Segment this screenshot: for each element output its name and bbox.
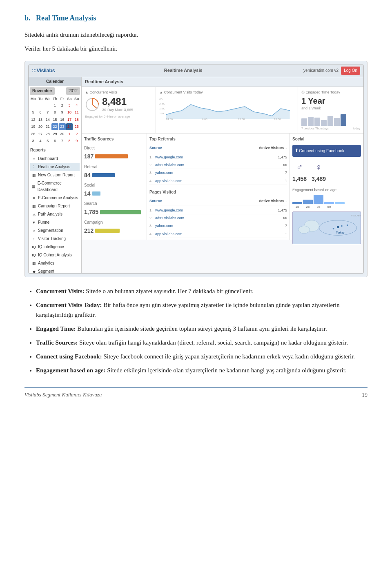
concurrent-visits-today-box: ▲ Concurrent Visits Today 3K 2.3K 1.5K 7… — [156, 87, 298, 133]
cal-day[interactable]: 21 — [44, 123, 51, 130]
cal-day[interactable]: 4 — [37, 138, 44, 144]
row-visitors: 1 — [258, 231, 287, 237]
sidebar-item-iq-cohort-analysis[interactable]: IQIQ Cohort Analysis — [30, 251, 80, 259]
cal-day[interactable]: 26 — [30, 131, 37, 137]
cal-day[interactable]: 1 — [66, 131, 73, 137]
sidebar-items: ▪Dashboard⌇Realtime Analysis▦New Custom … — [30, 155, 80, 277]
row-source[interactable]: www.google.com — [155, 207, 258, 213]
row-num: 2. — [149, 215, 155, 221]
cal-day[interactable]: 29 — [51, 131, 58, 137]
row-visitors: 1,475 — [258, 154, 287, 160]
cal-day[interactable]: 1 — [51, 102, 58, 109]
referral-row: 1.www.google.com1,475 — [149, 154, 287, 161]
traffic-value: 84 — [84, 171, 91, 180]
cal-day[interactable]: 3 — [30, 138, 37, 144]
cal-day[interactable]: 28 — [44, 131, 51, 137]
main-content: Realtime Analysis ▲ Concurrent Visits — [82, 77, 363, 273]
sidebar-item-campaign-report[interactable]: ▦Campaign Report — [30, 202, 80, 210]
cal-day[interactable] — [30, 102, 37, 109]
svg-text:3K: 3K — [159, 97, 163, 100]
cal-day[interactable]: 23 — [59, 123, 66, 130]
sidebar-item-funnel[interactable]: ▼Funnel — [30, 218, 80, 227]
cal-day[interactable]: 9 — [73, 138, 80, 144]
cal-day[interactable]: 27 — [37, 131, 44, 137]
row-source[interactable]: ads1.visilabs.com — [155, 162, 258, 168]
cal-day[interactable]: 22 — [51, 123, 58, 130]
sidebar-item-target[interactable]: ●Target — [30, 276, 80, 277]
sidebar-icon: ⌇ — [31, 165, 36, 169]
sidebar-icon: ▦ — [31, 184, 36, 189]
sidebar-item-realtime-analysis[interactable]: ⌇Realtime Analysis — [30, 163, 80, 171]
age-bar-label: 50 — [324, 205, 334, 210]
svg-text:VISILABS: VISILABS — [351, 214, 361, 217]
cal-day[interactable]: 6 — [51, 138, 58, 144]
svg-point-12 — [298, 226, 310, 233]
sidebar-label: Segmentation — [38, 227, 63, 234]
cal-day[interactable]: 19 — [30, 123, 37, 130]
sidebar-item-segment[interactable]: ◆Segment — [30, 267, 80, 276]
cal-day[interactable]: 15 — [51, 116, 58, 123]
age-labels-container: 18253550 — [292, 205, 361, 210]
realtime-tab[interactable]: Realtime Analysis — [164, 67, 203, 74]
cal-day[interactable]: 25 — [73, 123, 80, 130]
row-source[interactable]: app.visilabs.com — [155, 178, 258, 184]
sidebar-item-e-commerce-analysis[interactable]: ≡E-Commerce Analysis — [30, 194, 80, 202]
top-referrals-title: Top Referrals — [149, 136, 287, 142]
cal-day[interactable]: 8 — [51, 109, 58, 116]
cal-day[interactable]: 12 — [30, 116, 37, 123]
cal-day[interactable]: 14 — [44, 116, 51, 123]
cal-day[interactable] — [37, 102, 44, 109]
cal-day[interactable]: 16 — [59, 116, 66, 123]
sidebar-item-iq-intelligence[interactable]: IQIQ Intelligence — [30, 243, 80, 251]
sidebar-item-path-analysis[interactable]: △Path Analysis — [30, 210, 80, 218]
sidebar-item-e-commerce-dashboard[interactable]: ▦E-Commerce Dashboard — [30, 179, 80, 194]
sidebar-icon: IQ — [31, 253, 36, 258]
cal-day[interactable]: 7 — [44, 109, 51, 116]
traffic-bar-container: 187 — [84, 152, 144, 161]
sidebar-item-analytics[interactable]: ▦Analytics — [30, 259, 80, 267]
cal-day[interactable]: 17 — [66, 116, 73, 123]
cal-day[interactable]: 13 — [37, 116, 44, 123]
facebook-btn[interactable]: f Connect using Facebook — [292, 145, 361, 157]
cal-day[interactable]: 30 — [59, 131, 66, 137]
referral-row: 3.yahoo.com7 — [149, 169, 287, 177]
cal-day[interactable]: 4 — [73, 102, 80, 109]
cal-day[interactable]: 10 — [66, 109, 73, 116]
cal-month[interactable]: November — [30, 87, 55, 95]
sidebar-item-segmentation[interactable]: ○Segmentation — [30, 227, 80, 235]
cal-day[interactable]: 6 — [37, 109, 44, 116]
sidebar-item-visitor-tracking[interactable]: ↑Visitor Tracking — [30, 235, 80, 243]
row-source[interactable]: yahoo.com — [155, 170, 258, 176]
sidebar-icon: ◆ — [31, 269, 36, 274]
cal-day[interactable]: 2 — [59, 102, 66, 109]
cal-day[interactable]: 20 — [37, 123, 44, 130]
cal-day[interactable]: 2 — [73, 131, 80, 137]
sidebar-item-dashboard[interactable]: ▪Dashboard — [30, 155, 80, 163]
cal-day[interactable]: 18 — [73, 116, 80, 123]
age-bar — [324, 202, 334, 204]
cal-day[interactable]: 8 — [66, 138, 73, 144]
cal-day[interactable]: 9 — [59, 109, 66, 116]
cal-year[interactable]: 2012 — [66, 87, 80, 95]
row-source[interactable]: ads1.visilabs.com — [155, 215, 258, 221]
cal-day[interactable]: 7 — [59, 138, 66, 144]
row-source[interactable]: yahoo.com — [155, 223, 258, 229]
cal-day[interactable]: 24 — [66, 123, 73, 130]
heading-title: Real Time Analysis — [36, 14, 96, 22]
row-source[interactable]: app.visilabs.com — [155, 231, 258, 237]
traffic-item-campaign: Campaign 212 — [84, 219, 144, 235]
sidebar-icon: ▼ — [31, 220, 36, 225]
cal-day[interactable] — [44, 102, 51, 109]
cal-day[interactable]: 5 — [44, 138, 51, 144]
cal-day[interactable]: 11 — [73, 109, 80, 116]
bullet-text: Siteye olan trafiğin hangi kaynaklardan … — [78, 339, 348, 346]
cal-day[interactable]: 3 — [66, 102, 73, 109]
log-on-button[interactable]: Log On — [341, 67, 360, 75]
calendar[interactable]: November 2012 MoTuWeThFrSaSu123456789101… — [29, 86, 81, 146]
age-bar — [292, 202, 302, 204]
row-visitors: 1 — [258, 178, 287, 184]
cal-day[interactable]: 5 — [30, 109, 37, 116]
row-source[interactable]: www.google.com — [155, 154, 258, 160]
sidebar-item-new-custom-report[interactable]: ▦New Custom Report — [30, 171, 80, 179]
sidebar-icon: ▪ — [31, 156, 36, 161]
